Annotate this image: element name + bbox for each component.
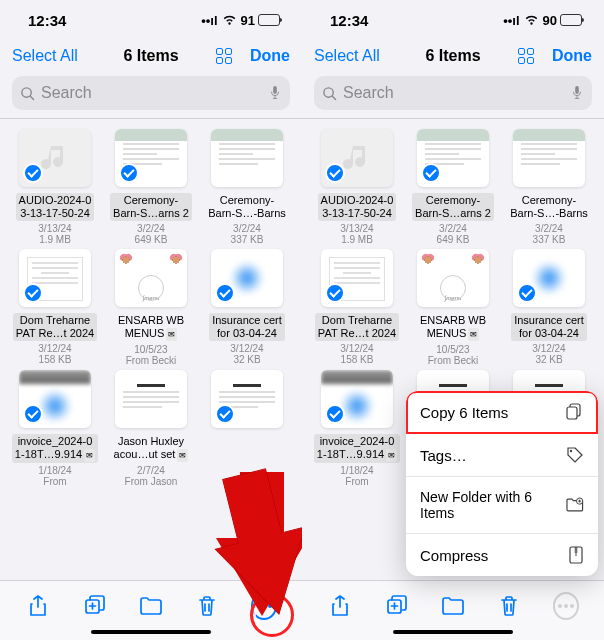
file-thumb bbox=[211, 129, 283, 187]
folder-button[interactable] bbox=[138, 593, 164, 619]
file-name: Dom TreharnePAT Re…t 2024 bbox=[315, 313, 399, 341]
check-icon bbox=[23, 404, 43, 424]
duplicate-button[interactable] bbox=[82, 593, 108, 619]
copy-icon bbox=[566, 403, 584, 421]
screen-left: 12:34 ••ıl 91 Select All 6 Items Done Se… bbox=[0, 0, 302, 640]
share-button[interactable] bbox=[25, 593, 51, 619]
mic-icon[interactable] bbox=[570, 85, 584, 101]
duplicate-button[interactable] bbox=[384, 593, 410, 619]
wifi-icon bbox=[524, 15, 539, 26]
file-date: 3/2/24 bbox=[535, 223, 563, 234]
menu-compress[interactable]: Compress bbox=[406, 534, 598, 576]
file-date: 3/2/24 bbox=[439, 223, 467, 234]
file-name: AUDIO-2024-03-13-17-50-24 bbox=[318, 193, 397, 221]
file-date: 3/13/24 bbox=[38, 223, 71, 234]
trash-button[interactable] bbox=[194, 593, 220, 619]
file-item[interactable]: AUDIO-2024-03-13-17-50-243/13/241.9 MB bbox=[310, 129, 404, 245]
check-icon bbox=[23, 283, 43, 303]
file-name: Ceremony-Barn-S…arns 2 bbox=[412, 193, 494, 221]
status-time: 12:34 bbox=[28, 12, 66, 29]
file-item[interactable]: Ceremony-Barn-S…arns 23/2/24649 KB bbox=[406, 129, 500, 245]
mic-icon[interactable] bbox=[268, 85, 282, 101]
file-name: ENSARB WBMENUS✉ bbox=[115, 313, 187, 342]
wifi-icon bbox=[222, 15, 237, 26]
more-button[interactable] bbox=[251, 593, 277, 619]
check-icon bbox=[215, 404, 235, 424]
file-item[interactable]: invoice_2024-01-18T…9.914✉1/18/24From bbox=[310, 370, 404, 487]
file-name: ENSARB WBMENUS✉ bbox=[417, 313, 489, 342]
check-icon bbox=[325, 163, 345, 183]
status-bar: 12:34 ••ıl 91 bbox=[0, 0, 302, 40]
search-field[interactable]: Search bbox=[12, 76, 290, 110]
file-thumb bbox=[19, 129, 91, 187]
file-item[interactable]: Dom TreharnePAT Re…t 20243/12/24158 KB bbox=[8, 249, 102, 366]
file-name: AUDIO-2024-03-13-17-50-24 bbox=[16, 193, 95, 221]
menu-copy[interactable]: Copy 6 Items bbox=[406, 391, 598, 434]
file-thumb bbox=[321, 370, 393, 428]
file-meta: 158 KB bbox=[39, 354, 72, 365]
done-button[interactable]: Done bbox=[546, 47, 592, 65]
menu-new-folder[interactable]: New Folder with 6 Items bbox=[406, 477, 598, 534]
file-item[interactable]: Insurance certfor 03-04-243/12/2432 KB bbox=[200, 249, 294, 366]
battery-icon: 91 bbox=[241, 13, 280, 28]
home-indicator bbox=[91, 630, 211, 634]
share-button[interactable] bbox=[327, 593, 353, 619]
file-item[interactable]: Dom TreharnePAT Re…t 20243/12/24158 KB bbox=[310, 249, 404, 366]
more-button[interactable] bbox=[553, 593, 579, 619]
signal-icon: ••ıl bbox=[503, 13, 519, 28]
done-button[interactable]: Done bbox=[244, 47, 290, 65]
file-thumb bbox=[115, 370, 187, 428]
file-name: Dom TreharnePAT Re…t 2024 bbox=[13, 313, 97, 341]
menu-tags[interactable]: Tags… bbox=[406, 434, 598, 477]
status-icons: ••ıl 91 bbox=[201, 13, 280, 28]
folder-button[interactable] bbox=[440, 593, 466, 619]
file-item[interactable]: invoice_2024-01-18T…9.914✉1/18/24From bbox=[8, 370, 102, 487]
nav-bar: Select All 6 Items Done bbox=[0, 40, 302, 72]
check-icon bbox=[215, 283, 235, 303]
file-date: 3/12/24 bbox=[230, 343, 263, 354]
file-name: Jason Huxleyacou…ut set✉ bbox=[111, 434, 192, 463]
view-toggle-icon[interactable] bbox=[216, 48, 232, 64]
file-item[interactable]: ∫menuENSARB WBMENUS✉10/5/23From Becki bbox=[104, 249, 198, 366]
file-item[interactable]: Ceremony-Barn-S…-Barns3/2/24337 KB bbox=[200, 129, 294, 245]
svg-point-9 bbox=[570, 450, 572, 452]
file-name: Ceremony-Barn-S…arns 2 bbox=[110, 193, 192, 221]
search-placeholder: Search bbox=[343, 84, 570, 102]
search-field[interactable]: Search bbox=[314, 76, 592, 110]
select-all-button[interactable]: Select All bbox=[12, 47, 105, 65]
archive-icon bbox=[568, 546, 584, 564]
file-meta: From Becki bbox=[428, 355, 479, 366]
trash-button[interactable] bbox=[496, 593, 522, 619]
file-item[interactable]: Insurance certfor 03-04-243/12/2432 KB bbox=[502, 249, 596, 366]
file-item[interactable]: Ceremony-Barn-S…-Barns3/2/24337 KB bbox=[502, 129, 596, 245]
signal-icon: ••ıl bbox=[201, 13, 217, 28]
file-name: Ceremony-Barn-S…-Barns bbox=[205, 193, 289, 221]
svg-rect-2 bbox=[273, 86, 277, 94]
file-date: 10/5/23 bbox=[134, 344, 167, 355]
file-thumb bbox=[321, 249, 393, 307]
screen-right: 12:34 ••ıl 90 Select All 6 Items Done Se… bbox=[302, 0, 604, 640]
check-icon bbox=[517, 283, 537, 303]
select-all-button[interactable]: Select All bbox=[314, 47, 407, 65]
file-thumb bbox=[417, 129, 489, 187]
file-thumb bbox=[321, 129, 393, 187]
file-item[interactable] bbox=[200, 370, 294, 487]
file-item[interactable]: AUDIO-2024-03-13-17-50-243/13/241.9 MB bbox=[8, 129, 102, 245]
file-meta: 32 KB bbox=[233, 354, 260, 365]
file-date: 10/5/23 bbox=[436, 344, 469, 355]
file-thumb bbox=[211, 249, 283, 307]
folder-plus-icon bbox=[566, 497, 584, 513]
file-item[interactable]: Ceremony-Barn-S…arns 23/2/24649 KB bbox=[104, 129, 198, 245]
file-name: Ceremony-Barn-S…-Barns bbox=[507, 193, 591, 221]
file-date: 1/18/24 bbox=[340, 465, 373, 476]
file-item[interactable]: ∫menuENSARB WBMENUS✉10/5/23From Becki bbox=[406, 249, 500, 366]
view-toggle-icon[interactable] bbox=[518, 48, 534, 64]
check-icon bbox=[23, 163, 43, 183]
context-menu: Copy 6 Items Tags… New Folder with 6 Ite… bbox=[406, 391, 598, 576]
file-meta: From bbox=[43, 476, 66, 487]
file-date: 3/2/24 bbox=[233, 223, 261, 234]
file-name: Insurance certfor 03-04-24 bbox=[511, 313, 587, 341]
check-icon bbox=[119, 163, 139, 183]
file-item[interactable]: Jason Huxleyacou…ut set✉2/7/24From Jason bbox=[104, 370, 198, 487]
file-meta: 649 KB bbox=[135, 234, 168, 245]
